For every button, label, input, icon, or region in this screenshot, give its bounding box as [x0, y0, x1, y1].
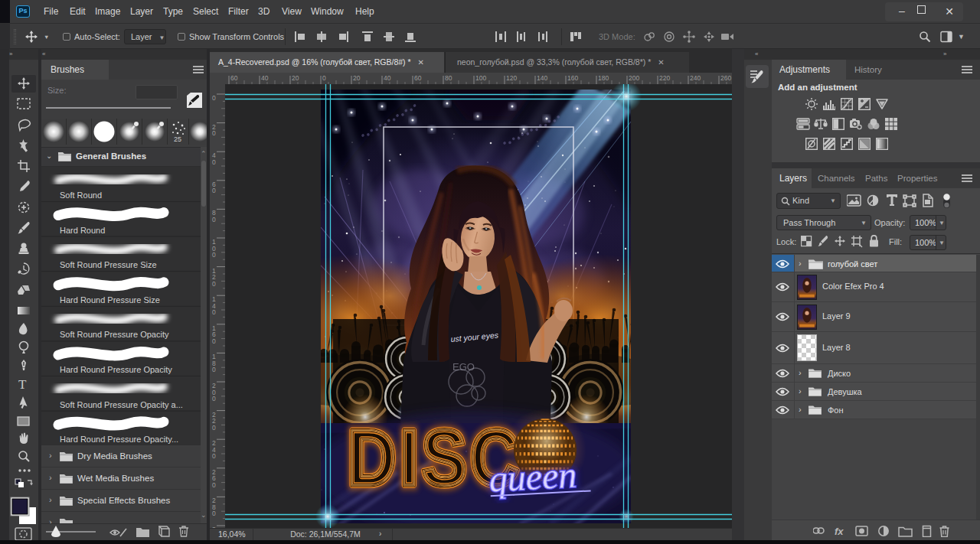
svg-text:240: 240 — [690, 74, 701, 82]
svg-text:0: 0 — [212, 395, 216, 402]
svg-text:0: 0 — [212, 308, 216, 316]
svg-text:0: 0 — [212, 481, 216, 489]
svg-text:0: 0 — [212, 337, 216, 345]
svg-text:0: 0 — [212, 129, 216, 137]
svg-text:200: 200 — [629, 74, 639, 82]
svg-text:80: 80 — [445, 74, 452, 82]
svg-text:0: 0 — [212, 366, 216, 373]
svg-text:Soft Round Pressure Size: Soft Round Pressure Size — [60, 260, 157, 269]
svg-text:60: 60 — [230, 74, 238, 82]
svg-text:20: 20 — [292, 74, 299, 82]
svg-text:25: 25 — [174, 135, 181, 143]
svg-text:20: 20 — [353, 74, 361, 82]
svg-text:Hard Round Pressure Opacity: Hard Round Pressure Opacity — [60, 365, 172, 374]
svg-text:Hard Round: Hard Round — [60, 226, 105, 235]
svg-text:0: 0 — [212, 424, 216, 432]
svg-text:0: 0 — [212, 510, 216, 517]
svg-text:0: 0 — [212, 187, 216, 194]
svg-text:40: 40 — [261, 74, 269, 82]
svg-text:180: 180 — [598, 74, 609, 82]
svg-text:0: 0 — [212, 158, 216, 166]
svg-text:100: 100 — [475, 74, 486, 82]
svg-text:Soft Round Pressure Opacity a.: Soft Round Pressure Opacity a... — [60, 400, 183, 409]
svg-text:0: 0 — [212, 251, 216, 259]
svg-text:40: 40 — [384, 74, 391, 82]
svg-text:160: 160 — [567, 74, 578, 82]
svg-text:0: 0 — [212, 452, 216, 460]
svg-text:0: 0 — [322, 74, 326, 82]
svg-text:0: 0 — [212, 216, 216, 223]
svg-text:120: 120 — [506, 74, 517, 82]
svg-text:140: 140 — [537, 74, 547, 82]
svg-text:Hard Round Pressure Opacity...: Hard Round Pressure Opacity... — [60, 435, 178, 444]
svg-text:Soft Round Pressure Opacity: Soft Round Pressure Opacity — [60, 330, 169, 339]
svg-text:T: T — [18, 377, 27, 392]
svg-text:0: 0 — [212, 280, 216, 288]
svg-text:Soft Round: Soft Round — [60, 191, 102, 200]
svg-text:Hard Round Pressure Size: Hard Round Pressure Size — [60, 295, 160, 305]
svg-text:260: 260 — [720, 74, 731, 82]
svg-text:60: 60 — [414, 74, 422, 82]
svg-text:fx: fx — [835, 526, 844, 537]
svg-text:0: 0 — [212, 94, 216, 102]
svg-text:220: 220 — [659, 74, 670, 82]
